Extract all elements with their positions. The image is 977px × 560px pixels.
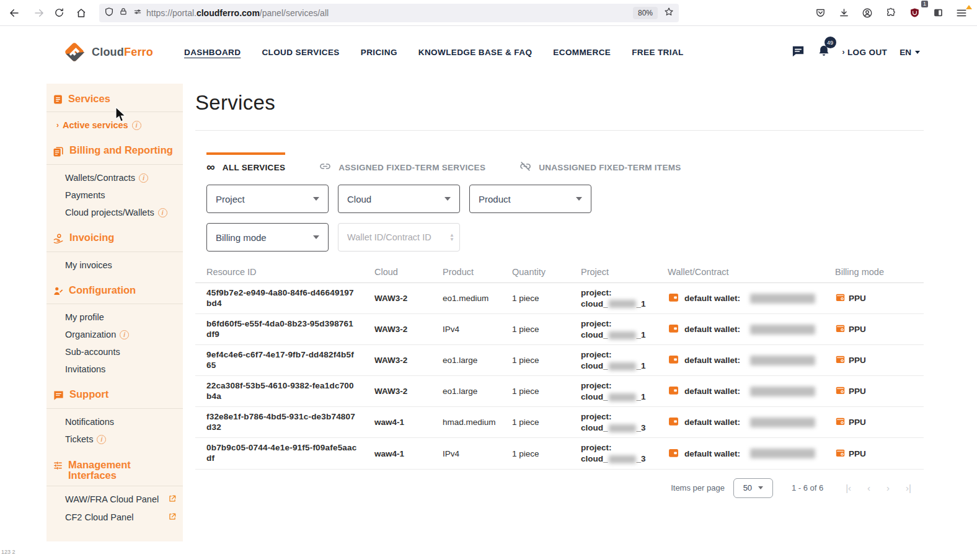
tracking-shield-icon[interactable] (104, 7, 114, 19)
sidebar-management: Management InterfacesWAW/FRA Cloud Panel… (46, 451, 183, 541)
sidebar-item-label: Tickets (65, 434, 93, 444)
sidebar-section-items: Wallets/ContractsiPaymentsCloud projects… (46, 165, 183, 227)
cloudferro-logo[interactable]: CloudFerro (62, 40, 153, 64)
account-icon[interactable] (858, 4, 877, 22)
forward-icon[interactable] (30, 4, 48, 22)
billing-mode-cell: PPU (835, 288, 924, 308)
url-text[interactable]: https://portal.cloudferro.com/panel/serv… (146, 8, 329, 18)
sidebar: Services›Active servicesiBilling and Rep… (46, 84, 183, 465)
nav-item-dashboard[interactable]: DASHBOARD (184, 45, 241, 59)
product-cell: eo1.large (443, 351, 512, 369)
sidebar-item-invitations[interactable]: Invitations (46, 361, 183, 378)
nav-item-cloud-services[interactable]: CLOUD SERVICES (262, 45, 339, 59)
nav-item-pricing[interactable]: PRICING (361, 45, 397, 59)
resource-id-cell[interactable]: 9ef4c4e6-c6f7-4e17-9fb7-dd482f4b5f65 (206, 346, 374, 375)
tab-all-services[interactable]: ∞ALL SERVICES (206, 152, 285, 174)
resource-id-cell[interactable]: f32e8e1f-b786-4bd5-931c-de3b74807d32 (206, 408, 374, 437)
redacted-project-value (609, 331, 636, 339)
wallet-id-input-wrap: ▲▼ (338, 223, 460, 252)
project-filter-select[interactable]: Project (206, 185, 329, 213)
wallet-id-input[interactable] (347, 232, 434, 242)
resource-id-cell[interactable]: b6fd60f5-e55f-4da0-8b23-95d398761df9 (206, 315, 374, 344)
sidebar-item-my-profile[interactable]: My profile (46, 308, 183, 326)
cloud-cell: WAW3-2 (374, 351, 443, 369)
project-label: project: (581, 318, 661, 330)
wallet-cell: default wallet: (668, 380, 835, 402)
resource-id-cell[interactable]: 0b7b9c05-0744-4e1e-91f5-f09afe5aacdf (206, 439, 374, 468)
chevron-down-icon (915, 51, 920, 54)
extensions-icon[interactable] (882, 4, 900, 22)
billing-mode-cell: PPU (835, 444, 924, 464)
lock-icon[interactable] (119, 7, 128, 19)
sidebar-item-tickets[interactable]: Ticketsi (46, 431, 183, 448)
sidebar-item-sub-accounts[interactable]: Sub-accounts (46, 343, 183, 361)
redacted-wallet-value (750, 387, 815, 396)
product-filter-select[interactable]: Product (469, 185, 591, 213)
wallet-icon (668, 354, 679, 367)
wallet-label: default wallet: (684, 387, 740, 396)
info-icon[interactable]: i (120, 330, 129, 339)
nav-item-knowledge-base-faq[interactable]: KNOWLEDGE BASE & FAQ (418, 45, 533, 59)
sidebar-section-title: Services (68, 94, 110, 104)
page-size-select[interactable]: 50 (733, 478, 773, 498)
number-spinner[interactable]: ▲▼ (449, 233, 454, 242)
menu-hamburger-icon[interactable] (952, 4, 971, 22)
sidebar-item-cloud-projects-wallets[interactable]: Cloud projects/Walletsi (46, 204, 183, 221)
tab-assigned-fixed-term-services[interactable]: ASSIGNED FIXED-TERM SERVICES (319, 152, 485, 174)
ublock-icon[interactable]: 1 (905, 4, 924, 22)
link-off-icon (519, 160, 531, 174)
info-icon[interactable]: i (139, 173, 148, 183)
redacted-project-value (609, 393, 636, 401)
language-selector[interactable]: EN (900, 48, 920, 57)
tab-label: ASSIGNED FIXED-TERM SERVICES (338, 163, 485, 172)
page-zoom-badge[interactable]: 80% (633, 7, 658, 19)
sidebar-item-waw-fra-cloud-panel[interactable]: WAW/FRA Cloud Panel (46, 491, 183, 509)
wallet-cell: default wallet: (668, 287, 835, 309)
resource-id-cell[interactable]: 22ca308f-53b5-4610-9382-fea1dc700b4a (206, 377, 374, 406)
tab-unassigned-fixed-term-items[interactable]: UNASSIGNED FIXED-TERM ITEMS (519, 152, 681, 174)
pocket-icon[interactable] (811, 4, 829, 22)
url-bar[interactable]: https://portal.cloudferro.com/panel/serv… (99, 4, 679, 22)
nav-item-ecommerce[interactable]: ECOMMERCE (553, 45, 611, 59)
downloads-icon[interactable] (834, 4, 853, 22)
nav-item-free-trial[interactable]: FREE TRIAL (632, 45, 684, 59)
browser-toolbar: https://portal.cloudferro.com/panel/serv… (0, 0, 977, 26)
last-page-icon[interactable]: ›| (906, 483, 911, 493)
home-icon[interactable] (72, 4, 91, 22)
project-suffix: _1 (637, 392, 646, 401)
project-cell: project:cloud__1 (581, 345, 668, 375)
sidebar-item-payments[interactable]: Payments (46, 186, 183, 204)
notifications-bell-icon[interactable]: 49 (818, 44, 830, 60)
sidebar-item-cf2-cloud-panel[interactable]: CF2 Cloud Panel (46, 509, 183, 527)
sliders-icon (53, 460, 63, 473)
first-page-icon[interactable]: |‹ (846, 483, 851, 493)
sidebar-item-notifications[interactable]: Notifications (46, 413, 183, 431)
back-icon[interactable] (5, 4, 24, 22)
sidebar-item-organization[interactable]: Organizationi (46, 326, 183, 343)
sidebar-item-active-services[interactable]: ›Active servicesi (46, 116, 183, 134)
info-icon[interactable]: i (158, 208, 167, 217)
project-cell: project:cloud__3 (581, 407, 668, 437)
next-page-icon[interactable]: › (886, 483, 890, 493)
sidebar-item-my-invoices[interactable]: My invoices (46, 256, 183, 274)
wallet-label: default wallet: (684, 449, 740, 458)
sidebar-item-label: Notifications (65, 417, 114, 427)
sidebar-toggle-icon[interactable] (929, 4, 947, 22)
documents-icon (53, 145, 64, 160)
sidebar-section-items: ›Active servicesi (46, 112, 183, 140)
info-icon[interactable]: i (132, 121, 141, 130)
info-icon[interactable]: i (97, 435, 106, 444)
chat-icon[interactable] (791, 44, 805, 61)
permissions-icon[interactable] (133, 7, 143, 19)
resource-id-cell[interactable]: 45f9b7e2-e949-4a80-84f6-d46649197bd4 (206, 284, 374, 313)
billing-mode-filter-select[interactable]: Billing mode (206, 223, 329, 252)
reload-icon[interactable] (50, 4, 68, 22)
bookmark-star-icon[interactable] (664, 7, 674, 19)
logout-button[interactable]: ›LOG OUT (842, 48, 888, 57)
column-header-project: Project (581, 261, 668, 282)
project-suffix: _1 (637, 299, 646, 308)
pagination: Items per page 50 1 - 6 of 6 |‹ ‹ › ›| (195, 478, 924, 498)
cloud-filter-select[interactable]: Cloud (338, 185, 460, 213)
previous-page-icon[interactable]: ‹ (867, 483, 870, 493)
sidebar-item-wallets-contracts[interactable]: Wallets/Contractsi (46, 169, 183, 186)
